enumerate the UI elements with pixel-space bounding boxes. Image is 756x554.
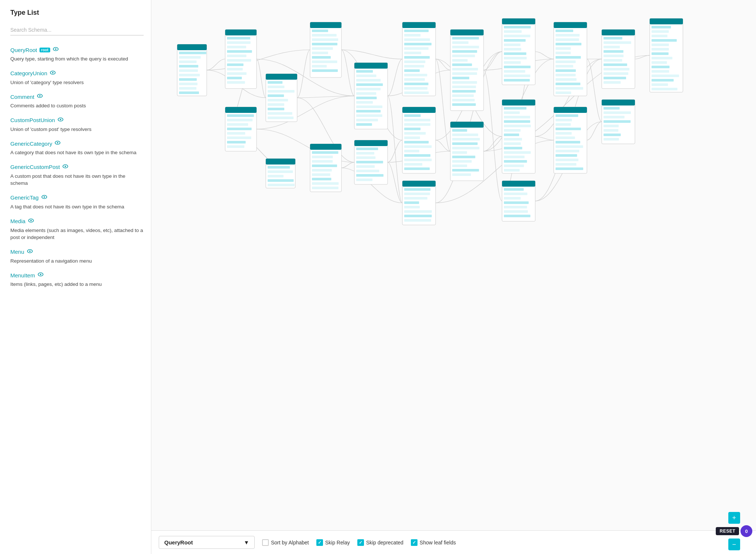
type-name-link[interactable]: GenericCustomPost bbox=[10, 164, 60, 170]
checkbox-sort-alpha[interactable] bbox=[262, 539, 269, 546]
zoom-in-button[interactable]: + bbox=[728, 512, 740, 524]
eye-icon[interactable] bbox=[28, 217, 34, 225]
graph-node-15 bbox=[554, 22, 587, 96]
type-name-link[interactable]: CustomPostUnion bbox=[10, 117, 55, 123]
svg-rect-102 bbox=[356, 179, 372, 181]
svg-rect-134 bbox=[404, 167, 430, 170]
type-name-row: MenuItem bbox=[10, 271, 144, 279]
svg-rect-269 bbox=[604, 129, 618, 132]
svg-rect-85 bbox=[356, 92, 376, 95]
type-description: A custom post that does not have its own… bbox=[10, 173, 144, 187]
checkbox-label-skip-deprecated[interactable]: Skip deprecated bbox=[357, 539, 403, 546]
svg-rect-159 bbox=[452, 90, 476, 93]
svg-rect-222 bbox=[556, 43, 581, 45]
svg-rect-142 bbox=[404, 210, 432, 213]
svg-rect-22 bbox=[179, 52, 206, 54]
eye-icon[interactable] bbox=[62, 163, 69, 171]
svg-rect-221 bbox=[556, 38, 579, 41]
search-input[interactable] bbox=[10, 25, 144, 35]
svg-rect-228 bbox=[556, 69, 576, 72]
type-dropdown[interactable]: QueryRoot ▼ bbox=[159, 536, 255, 549]
graph-node-6 bbox=[354, 140, 388, 184]
type-name-link[interactable]: GenericTag bbox=[10, 194, 39, 201]
type-description: Query type, starting from which the quer… bbox=[10, 55, 144, 63]
svg-rect-25 bbox=[179, 65, 198, 67]
type-name-link[interactable]: Comment bbox=[10, 94, 34, 100]
type-name-link[interactable]: CategoryUnion bbox=[10, 70, 47, 76]
svg-rect-28 bbox=[179, 78, 197, 81]
graph-node-0 bbox=[177, 44, 207, 96]
eye-icon[interactable] bbox=[49, 69, 56, 77]
reset-button[interactable]: RESET bbox=[716, 527, 739, 535]
graph-node-21 bbox=[266, 159, 295, 188]
svg-rect-275 bbox=[652, 30, 669, 33]
svg-rect-95 bbox=[356, 148, 378, 150]
checkbox-label-text-skip-deprecated: Skip deprecated bbox=[366, 540, 403, 546]
svg-rect-107 bbox=[404, 38, 430, 41]
eye-icon[interactable] bbox=[54, 139, 61, 148]
svg-rect-37 bbox=[227, 50, 252, 53]
svg-rect-198 bbox=[504, 129, 520, 132]
svg-rect-82 bbox=[356, 79, 381, 82]
eye-icon[interactable] bbox=[52, 46, 59, 54]
type-item: CategoryUnionUnion of 'category' type re… bbox=[10, 69, 144, 86]
type-name-link[interactable]: MenuItem bbox=[10, 272, 35, 278]
type-item: CustomPostUnionUnion of 'custom post' ty… bbox=[10, 116, 144, 133]
type-item: GenericCustomPostA custom post that does… bbox=[10, 163, 144, 187]
checkbox-skip-relay[interactable] bbox=[316, 539, 323, 546]
type-description: Representation of a navigation menu bbox=[10, 257, 144, 265]
type-item: MenuItemItems (links, pages, etc) added … bbox=[10, 271, 144, 288]
svg-rect-89 bbox=[356, 110, 381, 112]
svg-rect-210 bbox=[504, 188, 524, 191]
svg-rect-96 bbox=[356, 152, 374, 155]
svg-rect-290 bbox=[310, 144, 341, 150]
svg-rect-161 bbox=[452, 99, 475, 101]
eye-icon[interactable] bbox=[37, 271, 44, 279]
graph-node-10 bbox=[450, 30, 484, 111]
svg-rect-299 bbox=[312, 187, 339, 189]
checkbox-label-skip-relay[interactable]: Skip Relay bbox=[316, 539, 350, 546]
svg-rect-279 bbox=[652, 48, 669, 51]
svg-rect-108 bbox=[404, 43, 432, 45]
svg-rect-251 bbox=[604, 37, 622, 39]
type-name-link[interactable]: Menu bbox=[10, 249, 24, 255]
svg-rect-255 bbox=[604, 55, 623, 57]
checkbox-skip-deprecated[interactable] bbox=[357, 539, 364, 546]
svg-rect-98 bbox=[356, 161, 383, 163]
svg-rect-77 bbox=[227, 145, 244, 148]
svg-rect-92 bbox=[356, 123, 372, 126]
svg-rect-254 bbox=[604, 50, 623, 53]
svg-rect-160 bbox=[452, 94, 474, 97]
svg-rect-21 bbox=[177, 44, 207, 50]
counter-badge: 0 bbox=[740, 525, 752, 537]
checkbox-label-show-leaf[interactable]: Show leaf fields bbox=[411, 539, 456, 546]
checkbox-show-leaf[interactable] bbox=[411, 539, 417, 546]
zoom-out-button[interactable]: − bbox=[728, 539, 740, 550]
type-name-row: Menu bbox=[10, 248, 144, 256]
eye-icon[interactable] bbox=[57, 116, 64, 124]
type-name-link[interactable]: QueryRoot bbox=[10, 47, 37, 53]
eye-icon[interactable] bbox=[27, 248, 33, 256]
svg-rect-241 bbox=[556, 136, 575, 139]
svg-rect-278 bbox=[652, 44, 669, 46]
type-name-link[interactable]: Media bbox=[10, 218, 25, 224]
checkbox-label-sort-alpha[interactable]: Sort by Alphabet bbox=[262, 539, 309, 546]
type-description: Media elements (such as images, videos, … bbox=[10, 227, 144, 241]
svg-rect-263 bbox=[602, 100, 635, 105]
graph-node-14 bbox=[502, 181, 535, 221]
svg-rect-185 bbox=[504, 57, 527, 59]
graph-node-13 bbox=[502, 100, 535, 173]
type-name-link[interactable]: GenericCategory bbox=[10, 141, 52, 147]
svg-rect-86 bbox=[356, 97, 377, 99]
eye-icon[interactable] bbox=[37, 93, 43, 101]
svg-rect-113 bbox=[404, 65, 424, 67]
svg-rect-288 bbox=[652, 88, 677, 90]
eye-icon[interactable] bbox=[41, 194, 48, 202]
svg-rect-306 bbox=[268, 184, 295, 186]
svg-rect-116 bbox=[404, 78, 425, 81]
svg-rect-277 bbox=[652, 39, 677, 42]
svg-rect-179 bbox=[504, 30, 522, 33]
svg-rect-226 bbox=[556, 60, 575, 63]
graph-area[interactable] bbox=[151, 0, 756, 530]
svg-rect-112 bbox=[404, 60, 425, 63]
